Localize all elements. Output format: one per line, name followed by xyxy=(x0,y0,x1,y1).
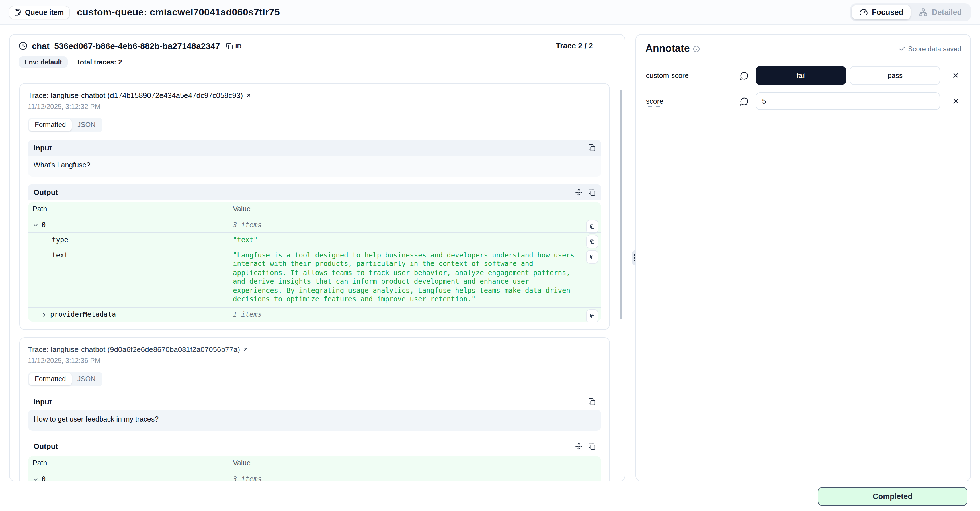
annotate-panel: Annotate Score data saved custom-score xyxy=(636,34,971,481)
total-traces: Total traces: 2 xyxy=(76,58,122,66)
row-value: 3 items xyxy=(233,475,582,481)
output-json-table: Path Value 0 3 items type "text" xyxy=(28,202,601,322)
env-badge: Env: default xyxy=(19,56,68,68)
row-path: 0 xyxy=(41,475,46,481)
detailed-view-button[interactable]: Detailed xyxy=(912,5,969,19)
table-row[interactable]: 0 3 items xyxy=(28,471,601,481)
output-json-table: Path Value 0 3 items xyxy=(28,456,601,481)
path-column-header: Path xyxy=(32,205,233,214)
content-split: chat_536ed067-b86e-4eb6-882b-ba27148a234… xyxy=(0,25,980,481)
tab-json[interactable]: JSON xyxy=(72,119,101,131)
score-value-input[interactable] xyxy=(756,92,940,110)
comment-button[interactable] xyxy=(731,71,756,80)
external-link-icon xyxy=(242,346,248,353)
output-heading: Output xyxy=(33,442,58,451)
copy-output-button[interactable] xyxy=(589,188,596,196)
expand-output-button[interactable] xyxy=(576,443,583,450)
remove-score-button[interactable] xyxy=(950,71,961,80)
option-pass-button[interactable]: pass xyxy=(850,66,940,85)
table-header-row: Path Value xyxy=(28,456,601,471)
chevron-right-icon[interactable] xyxy=(41,311,47,318)
comment-button[interactable] xyxy=(731,97,756,106)
trace-link-text: Trace: langfuse-chatbot (9d0a6f2e6de8670… xyxy=(28,345,240,354)
table-header-row: Path Value xyxy=(28,202,601,217)
copy-row-button[interactable] xyxy=(586,250,599,263)
external-link-icon xyxy=(245,92,251,99)
trace-link-text: Trace: langfuse-chatbot (d174b1589072e43… xyxy=(28,91,243,100)
app: Queue item custom-queue: cmiacwel70041ad… xyxy=(0,0,980,511)
clipboard-pen-icon xyxy=(14,8,22,16)
expand-output-button[interactable] xyxy=(576,188,583,196)
view-toggle: Focused Detailed xyxy=(850,3,971,21)
input-value: How to get user feedback in my traces? xyxy=(28,409,601,431)
completed-button[interactable]: Completed xyxy=(818,487,967,506)
focused-view-button[interactable]: Focused xyxy=(852,5,911,19)
chevron-down-icon[interactable] xyxy=(32,476,39,481)
annotate-title: Annotate xyxy=(646,43,690,55)
info-icon[interactable] xyxy=(693,45,700,52)
detailed-label: Detailed xyxy=(932,8,962,16)
chevron-down-icon[interactable] xyxy=(32,222,39,228)
focused-label: Focused xyxy=(872,8,904,16)
queue-item-panel: chat_536ed067-b86e-4eb6-882b-ba27148a234… xyxy=(9,34,625,481)
input-value: What's Langfuse? xyxy=(28,156,601,177)
copy-icon xyxy=(226,43,233,49)
row-value: "Langfuse is a tool designed to help bus… xyxy=(233,251,582,304)
copy-row-button[interactable] xyxy=(586,220,599,233)
save-status: Score data saved xyxy=(898,45,961,53)
table-row[interactable]: type "text" xyxy=(28,232,601,248)
network-icon xyxy=(920,8,928,16)
row-value: 1 items xyxy=(233,310,582,319)
vertical-scrollbar[interactable] xyxy=(620,90,623,319)
id-label: ID xyxy=(235,43,242,49)
copy-input-button[interactable] xyxy=(589,144,596,151)
copy-input-button[interactable] xyxy=(589,398,596,405)
item-header: chat_536ed067-b86e-4eb6-882b-ba27148a234… xyxy=(10,35,625,75)
gauge-icon xyxy=(859,8,868,16)
input-section: Input What's Langfuse? xyxy=(28,140,601,177)
table-row[interactable]: text "Langfuse is a tool designed to hel… xyxy=(28,248,601,307)
value-column-header: Value xyxy=(233,205,582,214)
trace-link-1[interactable]: Trace: langfuse-chatbot (d174b1589072e43… xyxy=(28,91,251,100)
tab-formatted[interactable]: Formatted xyxy=(29,119,72,131)
format-tabs: Formatted JSON xyxy=(28,118,102,132)
row-path: type xyxy=(52,236,68,244)
output-heading: Output xyxy=(33,188,58,196)
copy-row-button[interactable] xyxy=(586,235,599,248)
clock-icon xyxy=(19,41,27,50)
trace-link-2[interactable]: Trace: langfuse-chatbot (9d0a6f2e6de8670… xyxy=(28,345,248,354)
score-row-score: score xyxy=(646,92,961,110)
table-row[interactable]: providerMetadata 1 items xyxy=(28,307,601,322)
remove-score-button[interactable] xyxy=(950,97,961,105)
copy-row-button[interactable] xyxy=(586,309,599,322)
tab-json[interactable]: JSON xyxy=(72,373,101,385)
tab-formatted[interactable]: Formatted xyxy=(29,373,72,385)
trace-timestamp: 11/12/2025, 3:12:36 PM xyxy=(28,357,601,365)
option-fail-button[interactable]: fail xyxy=(756,66,846,85)
value-column-header: Value xyxy=(233,459,582,468)
item-title: chat_536ed067-b86e-4eb6-882b-ba27148a234… xyxy=(32,41,220,51)
table-row[interactable]: 0 3 items xyxy=(28,217,601,232)
score-name: score xyxy=(646,97,731,105)
format-tabs: Formatted JSON xyxy=(28,372,102,386)
output-section: Output xyxy=(28,184,601,322)
path-column-header: Path xyxy=(32,459,233,468)
page-title: custom-queue: cmiacwel70041ad060s7tlr75 xyxy=(77,6,280,18)
score-name: custom-score xyxy=(646,72,731,80)
trace-card-2: Trace: langfuse-chatbot (9d0a6f2e6de8670… xyxy=(19,337,610,481)
row-path: 0 xyxy=(41,221,46,229)
trace-counter: Trace 2 / 2 xyxy=(556,41,616,50)
check-icon xyxy=(898,45,905,52)
output-section: Output xyxy=(28,438,601,481)
queue-item-badge: Queue item xyxy=(9,6,70,19)
copy-id-button[interactable]: ID xyxy=(224,41,243,51)
queue-item-label: Queue item xyxy=(25,8,64,16)
copy-output-button[interactable] xyxy=(589,443,596,450)
input-heading: Input xyxy=(33,143,52,152)
traces-scroll-area: Trace: langfuse-chatbot (d174b1589072e43… xyxy=(10,75,625,481)
row-value: 3 items xyxy=(233,221,582,229)
footer: Completed xyxy=(0,481,980,511)
save-status-text: Score data saved xyxy=(908,45,961,53)
input-section: Input How to get user feedback in my tra… xyxy=(28,394,601,431)
topbar: Queue item custom-queue: cmiacwel70041ad… xyxy=(0,0,980,25)
